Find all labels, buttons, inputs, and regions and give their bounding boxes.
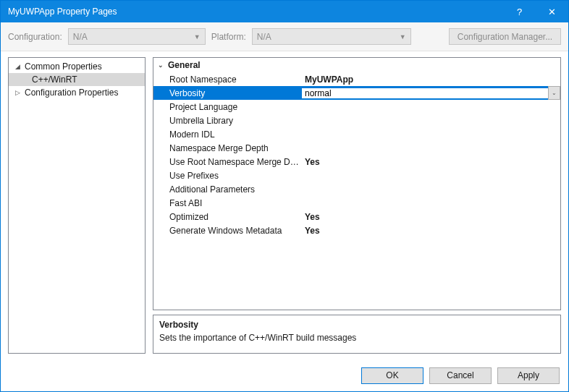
dropdown-button[interactable]: ⌄ (548, 86, 560, 100)
tree-item-label: C++/WinRT (29, 74, 77, 85)
property-name: Project Language (153, 102, 302, 112)
property-row[interactable]: Fast ABI (153, 196, 560, 210)
property-row[interactable]: Umbrella Library (153, 114, 560, 127)
property-value[interactable]: Yes (302, 157, 560, 167)
expand-icon[interactable]: ▷ (13, 89, 22, 96)
close-icon[interactable]: ✕ (536, 1, 568, 22)
property-row[interactable]: Namespace Merge Depth (153, 141, 560, 155)
description-text: Sets the importance of C++/WinRT build m… (159, 333, 555, 343)
description-title: Verbosity (159, 320, 555, 330)
tree-item-cpp-winrt[interactable]: C++/WinRT (9, 73, 145, 86)
description-panel: Verbosity Sets the importance of C++/Win… (153, 315, 561, 354)
property-row[interactable]: Use Prefixes (153, 169, 560, 182)
configuration-combo[interactable]: N/A ▼ (68, 28, 206, 45)
property-row[interactable]: Verbositynormal⌄ (153, 86, 560, 100)
collapse-icon[interactable]: ⌄ (153, 61, 168, 69)
property-row[interactable]: Modern IDL (153, 127, 560, 141)
property-row[interactable]: Generate Windows MetadataYes (153, 223, 560, 237)
platform-label: Platform: (211, 32, 246, 42)
configuration-manager-button[interactable]: Configuration Manager... (449, 28, 561, 45)
configuration-value: N/A (73, 32, 88, 42)
ok-button[interactable]: OK (361, 367, 423, 384)
tree-item-label: Common Properties (22, 61, 102, 72)
dialog-window: MyUWPApp Property Pages ? ✕ Configuratio… (0, 0, 569, 392)
right-column: ⌄ General Root NamespaceMyUWPAppVerbosit… (153, 57, 561, 354)
property-row[interactable]: Additional Parameters (153, 182, 560, 196)
tree-item-common-properties[interactable]: ◢ Common Properties (9, 60, 145, 73)
property-name: Additional Parameters (153, 184, 302, 195)
apply-button[interactable]: Apply (497, 367, 560, 384)
property-name: Umbrella Library (153, 116, 302, 126)
property-name: Use Root Namespace Merge Depth (153, 157, 302, 167)
property-value[interactable]: MyUWPApp (302, 74, 560, 85)
tree-item-configuration-properties[interactable]: ▷ Configuration Properties (9, 86, 145, 99)
property-name: Modern IDL (153, 129, 302, 140)
property-name: Fast ABI (153, 198, 302, 208)
property-row[interactable]: Use Root Namespace Merge DepthYes (153, 155, 560, 169)
property-name: Namespace Merge Depth (153, 143, 302, 153)
property-value[interactable]: normal (302, 88, 560, 98)
toolbar: Configuration: N/A ▼ Platform: N/A ▼ Con… (1, 22, 568, 51)
property-name: Generate Windows Metadata (153, 226, 302, 236)
property-name: Verbosity (153, 88, 302, 98)
property-name: Optimized (153, 212, 302, 222)
platform-combo[interactable]: N/A ▼ (252, 28, 411, 45)
collapse-icon[interactable]: ◢ (13, 63, 22, 70)
property-value[interactable]: Yes (302, 212, 560, 222)
chevron-down-icon: ▼ (400, 33, 406, 41)
property-name: Root Namespace (153, 74, 302, 85)
property-row[interactable]: Root NamespaceMyUWPApp (153, 72, 560, 86)
content-area: ◢ Common Properties C++/WinRT ▷ Configur… (1, 51, 568, 359)
property-row[interactable]: Project Language (153, 100, 560, 114)
dialog-footer: OK Cancel Apply (1, 359, 568, 391)
property-group-header[interactable]: ⌄ General (153, 58, 560, 72)
property-name: Use Prefixes (153, 171, 302, 181)
cancel-button[interactable]: Cancel (429, 367, 492, 384)
help-icon[interactable]: ? (503, 1, 536, 22)
property-row[interactable]: OptimizedYes (153, 210, 560, 223)
property-group-title: General (168, 60, 201, 70)
window-title: MyUWPApp Property Pages (8, 7, 503, 17)
configuration-label: Configuration: (8, 32, 62, 42)
tree-item-label: Configuration Properties (22, 88, 118, 98)
chevron-down-icon: ▼ (194, 33, 201, 41)
titlebar: MyUWPApp Property Pages ? ✕ (1, 1, 568, 22)
property-value[interactable]: Yes (302, 226, 560, 236)
chevron-down-icon: ⌄ (552, 90, 557, 96)
platform-value: N/A (257, 32, 271, 42)
property-grid[interactable]: ⌄ General Root NamespaceMyUWPAppVerbosit… (153, 57, 561, 310)
category-tree[interactable]: ◢ Common Properties C++/WinRT ▷ Configur… (8, 57, 146, 354)
